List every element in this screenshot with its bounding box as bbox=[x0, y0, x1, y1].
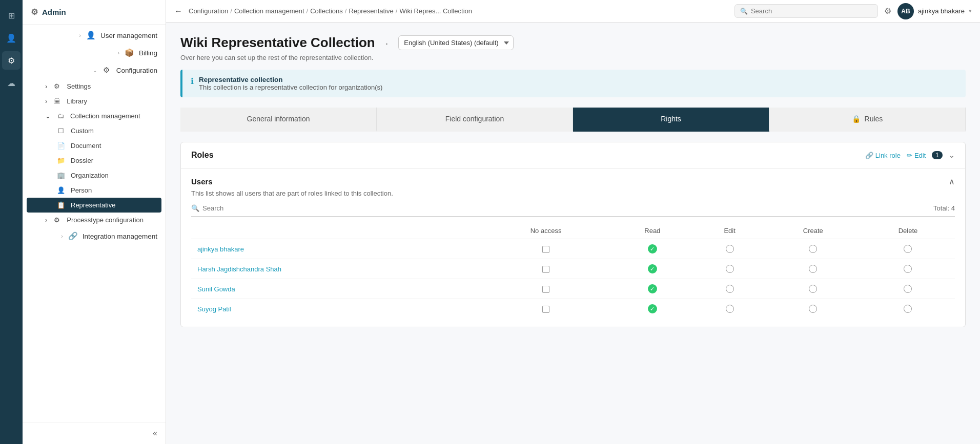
read-cell[interactable] bbox=[610, 259, 695, 279]
delete-radio[interactable] bbox=[904, 245, 912, 253]
sidebar-item-configuration[interactable]: ⌄ ⚙ Configuration bbox=[23, 61, 166, 79]
sidebar-item-dossier[interactable]: 📁 Dossier bbox=[23, 153, 166, 168]
icon-bar: ⊞ 👤 ⚙ ☁ bbox=[0, 0, 23, 444]
create-cell[interactable] bbox=[765, 259, 861, 279]
sidebar-item-collection-management[interactable]: ⌄ 🗂 Collection management bbox=[23, 109, 166, 123]
sidebar-item-custom[interactable]: ☐ Custom bbox=[23, 123, 166, 138]
sidebar-item-label: Dossier bbox=[71, 157, 93, 164]
tab-rules[interactable]: 🔒 Rules bbox=[769, 108, 966, 132]
create-cell[interactable] bbox=[765, 239, 861, 259]
user-name-cell[interactable]: Sunil Gowda bbox=[191, 279, 481, 299]
search-bar[interactable]: 🔍 bbox=[734, 4, 878, 18]
sidebar-item-settings[interactable]: › ⚙ Settings bbox=[23, 79, 166, 94]
tab-field-configuration[interactable]: Field configuration bbox=[377, 108, 573, 132]
create-cell[interactable] bbox=[765, 279, 861, 299]
avatar: AB bbox=[897, 3, 914, 19]
chevron-right-icon: › bbox=[45, 97, 47, 105]
sidebar-item-billing[interactable]: › 📦 Billing bbox=[23, 44, 166, 61]
breadcrumb-representative[interactable]: Representative bbox=[349, 7, 393, 15]
edit-cell[interactable] bbox=[695, 279, 765, 299]
edit-cell[interactable] bbox=[695, 299, 765, 319]
delete-cell[interactable] bbox=[861, 239, 955, 259]
table-row: Sunil Gowda bbox=[191, 279, 955, 299]
main-area: ← Configuration / Collection management … bbox=[166, 0, 980, 444]
library-icon: 🏛 bbox=[52, 97, 62, 105]
collapse-icon[interactable]: ∧ bbox=[949, 177, 955, 186]
topbar-settings-icon[interactable]: ⚙ bbox=[884, 6, 891, 16]
username-label: ajinkya bhakare bbox=[918, 7, 965, 15]
read-cell[interactable] bbox=[610, 239, 695, 259]
user-management-icon: 👤 bbox=[86, 31, 95, 40]
edit-radio[interactable] bbox=[726, 285, 734, 293]
users-search-input[interactable] bbox=[202, 204, 933, 212]
people-icon[interactable]: 👤 bbox=[2, 29, 21, 47]
sidebar-item-person[interactable]: 👤 Person bbox=[23, 183, 166, 198]
no-access-checkbox[interactable] bbox=[542, 246, 549, 253]
create-radio[interactable] bbox=[809, 265, 817, 273]
user-name-cell[interactable]: Harsh Jagdishchandra Shah bbox=[191, 259, 481, 279]
language-select[interactable]: English (United States) (default)DutchFr… bbox=[398, 35, 514, 50]
edit-button[interactable]: ✏ Edit bbox=[907, 152, 926, 159]
sidebar-item-library[interactable]: › 🏛 Library bbox=[23, 94, 166, 109]
sidebar-item-integration-management[interactable]: › 🔗 Integration management bbox=[23, 227, 166, 245]
tabs: General information Field configuration … bbox=[180, 108, 966, 132]
search-input[interactable] bbox=[751, 7, 872, 15]
permissions-table: No access Read Edit Create Delete ajinky… bbox=[191, 223, 955, 319]
link-icon: 🔗 bbox=[865, 152, 873, 159]
read-radio-checked[interactable] bbox=[648, 284, 657, 293]
back-button[interactable]: ← bbox=[174, 7, 182, 16]
no-access-checkbox[interactable] bbox=[542, 306, 549, 313]
sidebar-title: Admin bbox=[42, 8, 66, 16]
no-access-cell[interactable] bbox=[481, 279, 610, 299]
breadcrumb: Configuration / Collection management / … bbox=[189, 7, 728, 15]
edit-cell[interactable] bbox=[695, 239, 765, 259]
sidebar-item-representative[interactable]: 📋 Representative bbox=[27, 198, 161, 213]
expand-icon[interactable]: ⌄ bbox=[949, 151, 955, 159]
read-cell[interactable] bbox=[610, 299, 695, 319]
no-access-cell[interactable] bbox=[481, 299, 610, 319]
collapse-sidebar-button[interactable]: « bbox=[153, 429, 157, 438]
no-access-cell[interactable] bbox=[481, 239, 610, 259]
no-access-checkbox[interactable] bbox=[542, 266, 549, 273]
read-radio-checked[interactable] bbox=[648, 244, 657, 253]
home-icon[interactable]: ⊞ bbox=[2, 6, 21, 25]
tab-rights[interactable]: Rights bbox=[573, 108, 769, 132]
user-name-cell[interactable]: ajinkya bhakare bbox=[191, 239, 481, 259]
read-cell[interactable] bbox=[610, 279, 695, 299]
tab-general-information[interactable]: General information bbox=[180, 108, 377, 132]
delete-cell[interactable] bbox=[861, 279, 955, 299]
delete-radio[interactable] bbox=[904, 265, 912, 273]
lock-icon: 🔒 bbox=[852, 115, 861, 123]
col-user bbox=[191, 223, 481, 239]
create-radio[interactable] bbox=[809, 305, 817, 313]
read-radio-checked[interactable] bbox=[648, 264, 657, 273]
info-banner-title: Representative collection bbox=[199, 76, 382, 83]
sidebar-item-document[interactable]: 📄 Document bbox=[23, 138, 166, 153]
settings-icon[interactable]: ⚙ bbox=[2, 51, 21, 70]
delete-radio[interactable] bbox=[904, 305, 912, 313]
delete-radio[interactable] bbox=[904, 285, 912, 293]
create-radio[interactable] bbox=[809, 285, 817, 293]
breadcrumb-configuration[interactable]: Configuration bbox=[189, 7, 228, 15]
user-area[interactable]: AB ajinkya bhakare ▾ bbox=[897, 3, 972, 19]
breadcrumb-collections[interactable]: Collections bbox=[310, 7, 343, 15]
edit-radio[interactable] bbox=[726, 245, 734, 253]
edit-radio[interactable] bbox=[726, 305, 734, 313]
link-role-button[interactable]: 🔗 Link role bbox=[865, 152, 901, 159]
create-cell[interactable] bbox=[765, 299, 861, 319]
breadcrumb-collection-management[interactable]: Collection management bbox=[234, 7, 304, 15]
sidebar-item-processtype-configuration[interactable]: › ⚙ Processtype configuration bbox=[23, 213, 166, 227]
create-radio[interactable] bbox=[809, 245, 817, 253]
user-name-cell[interactable]: Suyog Patil bbox=[191, 299, 481, 319]
cloud-icon[interactable]: ☁ bbox=[2, 74, 21, 92]
edit-radio[interactable] bbox=[726, 265, 734, 273]
read-radio-checked[interactable] bbox=[648, 304, 657, 313]
delete-cell[interactable] bbox=[861, 299, 955, 319]
sidebar-item-organization[interactable]: 🏢 Organization bbox=[23, 168, 166, 183]
edit-cell[interactable] bbox=[695, 259, 765, 279]
sidebar-item-user-management[interactable]: › 👤 User management bbox=[23, 27, 166, 44]
no-access-cell[interactable] bbox=[481, 259, 610, 279]
delete-cell[interactable] bbox=[861, 259, 955, 279]
info-banner-text: This collection is a representative coll… bbox=[199, 83, 382, 91]
no-access-checkbox[interactable] bbox=[542, 286, 549, 293]
